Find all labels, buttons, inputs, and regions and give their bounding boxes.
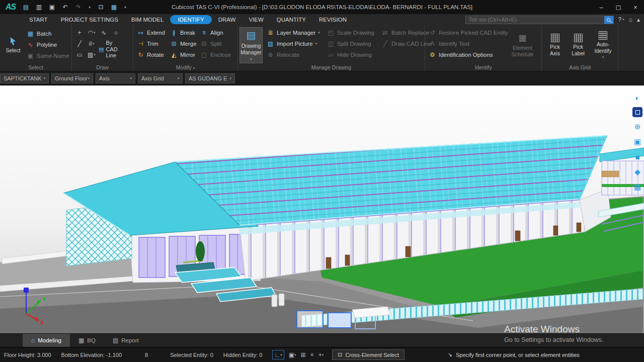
help-button[interactable]: ?▾: [618, 16, 624, 23]
element-category-dropdown[interactable]: Axis▾: [96, 73, 135, 83]
point-tool-button[interactable]: +: [73, 27, 86, 38]
tab-start[interactable]: START: [23, 16, 54, 24]
minimize-button[interactable]: –: [593, 0, 610, 14]
quick-access-dropdown-icon[interactable]: ▾: [123, 5, 127, 10]
redo-icon[interactable]: ↷: [74, 4, 82, 11]
tab-bim-model[interactable]: BIM MODEL: [125, 16, 171, 24]
drawing-dropdown[interactable]: AS GUDANG E▾: [185, 73, 235, 83]
identify-text-button[interactable]: AIdentify Text: [427, 38, 510, 49]
count-readout: 8: [145, 352, 148, 358]
statusbar: Floor Height: 3.000 Bottom Elevation: -1…: [0, 347, 644, 362]
by-cad-line-button[interactable]: ▤ By CAD Line: [98, 40, 122, 59]
clear-selection-button[interactable]: ×: [310, 350, 314, 359]
close-button[interactable]: ×: [627, 0, 644, 14]
ribbon-group-select: Select ▦Batch ∿Polyline ▣Same-Name Selec…: [0, 25, 72, 71]
tab-project-settings[interactable]: PROJECT SETTINGS: [54, 16, 125, 24]
viewport-3d-scene[interactable]: Y X: [0, 85, 644, 333]
collapse-ribbon-icon[interactable]: ▴: [637, 16, 640, 23]
cross-icon: ×: [310, 351, 314, 358]
element-schedule-button[interactable]: ▦ Element Schedule: [510, 27, 535, 63]
drawing-manager-icon: ▤: [247, 29, 256, 41]
snap-settings-toggle[interactable]: +▾: [318, 350, 324, 359]
cross-element-select-button[interactable]: ⊡Cross-Element Select: [332, 349, 405, 360]
model-viewport[interactable]: Y X ◐ ⊕ ▣ ■ ◆ ▦: [0, 85, 644, 333]
tab-view[interactable]: VIEW: [242, 16, 270, 24]
grid-tool-button[interactable]: #▾: [86, 38, 98, 49]
tab-revision[interactable]: REVISION: [312, 16, 353, 24]
calc-grid-icon[interactable]: ▦: [110, 4, 118, 11]
measure-icon[interactable]: ◆: [632, 166, 643, 177]
auto-identify-button[interactable]: Auto-Identify ▾: [590, 27, 616, 63]
ribbon: Select ▦Batch ∿Polyline ▣Same-Name Selec…: [0, 25, 644, 71]
snap-icon: +: [318, 351, 322, 358]
search-button[interactable]: [604, 16, 613, 24]
tellme-input[interactable]: [466, 17, 604, 23]
element-name-dropdown[interactable]: Axis Grid▾: [138, 73, 183, 83]
pick-label-button[interactable]: Pick Label: [567, 27, 590, 63]
same-name-select-button[interactable]: ▣Same-Name: [25, 50, 71, 61]
schedule-view-icon[interactable]: ▦: [632, 182, 643, 193]
undo-dropdown-icon[interactable]: ▾: [88, 5, 92, 10]
rectangle-tool-button[interactable]: ▭: [73, 49, 86, 60]
split-drawing-button[interactable]: ◫Split Drawing: [325, 38, 376, 49]
trim-button[interactable]: ⊣Trim: [135, 38, 168, 49]
rotate-button[interactable]: ↻Rotate: [135, 49, 168, 60]
ribbon-group-manage-drawing: ▤ Drawing Manager ▾ ≣Layer Manager▾ ▧Imp…: [238, 25, 425, 71]
copy-icon[interactable]: ▥: [35, 4, 43, 11]
restore-picked-cad-entity-button[interactable]: ↺Restore Picked CAD Entity: [427, 27, 510, 38]
floor-dropdown[interactable]: Ground Floor▾: [51, 73, 93, 83]
tab-draw[interactable]: DRAW: [212, 16, 243, 24]
group-label-axis-grid: Axis Grid: [542, 64, 618, 70]
spline-tool-button[interactable]: ∿: [98, 27, 110, 38]
same-name-icon: ▣: [27, 52, 34, 59]
batch-select-button[interactable]: ▦Batch: [25, 28, 71, 39]
select-button[interactable]: Select: [2, 27, 25, 63]
ribbon-group-draw: + ◠▾ ∿ ○ ╱ #▾ ▭ ▨▾: [72, 25, 133, 71]
layer-manager-button[interactable]: ≣Layer Manager▾: [265, 27, 322, 38]
hatch-tool-button[interactable]: ▨▾: [86, 49, 98, 60]
project-icon[interactable]: ▤: [22, 4, 30, 11]
ribbon-group-identify: ↺Restore Picked CAD Entity AIdentify Tex…: [425, 25, 542, 71]
display-icon[interactable]: ⊡: [97, 4, 105, 11]
bottom-elevation-readout: Bottom Elevation: -1.100: [61, 352, 122, 358]
break-button[interactable]: ∦Break: [168, 27, 198, 38]
split-button[interactable]: ⊟Split: [198, 38, 232, 49]
identification-options-icon: ⚙: [429, 51, 436, 58]
tab-quantity[interactable]: QUANTITY: [270, 16, 312, 24]
element-link-toggle[interactable]: ⊞: [301, 350, 306, 359]
align-button[interactable]: ≡Align: [198, 27, 232, 38]
orbit-view-icon[interactable]: ◐: [632, 92, 643, 103]
hide-drawing-button[interactable]: ▱Hide Drawing: [325, 49, 376, 60]
relocate-button[interactable]: ⊕Relocate: [265, 49, 322, 60]
bq-icon: ▦: [78, 337, 84, 344]
tab-bq[interactable]: ▦BQ: [70, 334, 104, 347]
polyline-select-button[interactable]: ∿Polyline: [25, 39, 71, 50]
merge-button[interactable]: ⊞Merge: [168, 38, 198, 49]
enclose-button[interactable]: ▢Enclose: [198, 49, 232, 60]
solid-view-icon[interactable]: ■: [632, 151, 643, 162]
pan-icon[interactable]: ⊕: [632, 121, 643, 132]
maximize-button[interactable]: ◻: [610, 0, 627, 14]
circle-tool-button[interactable]: ○: [110, 27, 122, 38]
coordinate-input-toggle[interactable]: ∟▾: [272, 350, 284, 359]
line-tool-button[interactable]: ╱: [73, 38, 86, 49]
capture-view-icon[interactable]: ▣: [632, 136, 643, 147]
ortho-toggle[interactable]: ▣▾: [289, 350, 296, 359]
identification-options-button[interactable]: ⚙Identification Options: [427, 49, 510, 60]
mirror-button[interactable]: ◭Mirror: [168, 49, 198, 60]
tab-modeling[interactable]: ⌂Modeling: [23, 334, 70, 347]
element-type-dropdown[interactable]: SAPTICKTANK▾: [0, 73, 49, 83]
tab-report[interactable]: ▤Report: [104, 334, 147, 347]
tab-identify[interactable]: IDENTIFY: [170, 15, 211, 24]
context-toolbar: SAPTICKTANK▾ Ground Floor▾ Axis▾ Axis Gr…: [0, 71, 644, 85]
import-picture-button[interactable]: ▧Import Picture▾: [265, 38, 322, 49]
home-icon[interactable]: ⌂: [629, 16, 632, 23]
pick-axis-button[interactable]: Pick Axis: [543, 27, 567, 63]
save-icon[interactable]: ▣: [48, 4, 56, 11]
drawing-manager-button[interactable]: ▤ Drawing Manager ▾: [239, 27, 263, 63]
2d3d-toggle-icon[interactable]: [632, 107, 642, 117]
arc-tool-button[interactable]: ◠▾: [86, 27, 98, 38]
scale-drawing-button[interactable]: ◰Scale Drawing: [325, 27, 376, 38]
undo-icon[interactable]: ↶: [61, 4, 69, 11]
extend-button[interactable]: ↦Extend: [135, 27, 168, 38]
